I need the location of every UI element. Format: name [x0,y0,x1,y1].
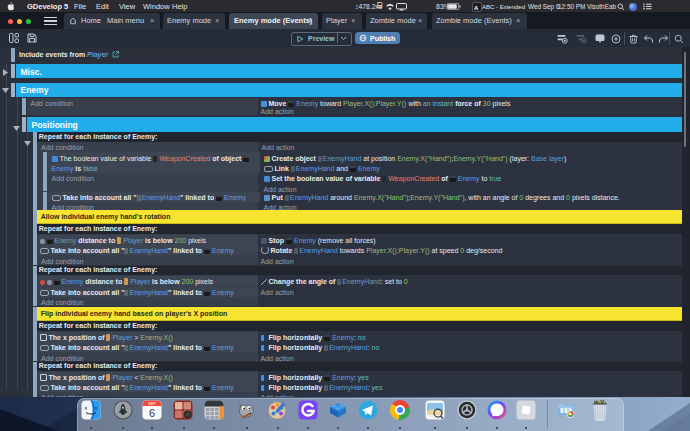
svg-text:SEP: SEP [148,401,156,406]
svg-text:6: 6 [149,406,155,418]
